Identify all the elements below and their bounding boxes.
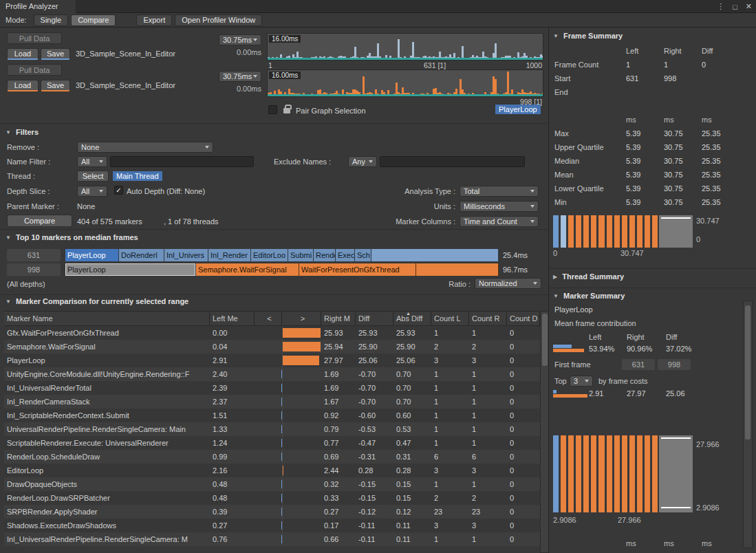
cell: 1 — [469, 381, 507, 395]
pull-data-left-button[interactable]: Pull Data — [7, 32, 62, 44]
graph-peak-label-right: 16.00ms — [269, 72, 301, 79]
thread-select-button[interactable]: Select — [77, 171, 109, 182]
load-left-button[interactable]: Load — [7, 48, 39, 60]
column-header[interactable]: Diff — [356, 312, 393, 325]
ratio-dropdown[interactable]: Normalized — [475, 278, 541, 289]
window-menu-icon[interactable]: ⋮ — [717, 2, 724, 11]
scrollbar-thumb[interactable] — [542, 314, 548, 366]
dropdown-arrow-icon — [99, 160, 103, 163]
top10-segment[interactable]: EditorLoo — [251, 249, 288, 261]
marker-columns-dropdown[interactable]: Time and Count — [460, 216, 539, 227]
frame-index-right[interactable]: 998 — [7, 263, 61, 276]
table-row[interactable]: RenderLoop.ScheduleDraw0.990.69-0.310.31… — [4, 450, 540, 464]
column-header[interactable]: Abs Diff▲ — [393, 312, 431, 325]
cell — [255, 477, 282, 491]
load-right-button[interactable]: Load — [7, 80, 39, 91]
open-profiler-button[interactable]: Open Profiler Window — [175, 14, 262, 26]
name-filter-input[interactable] — [110, 156, 254, 167]
frame-costs-bar-right — [553, 394, 587, 398]
top10-segment[interactable]: Exec — [336, 249, 355, 261]
cell: -0.15 — [356, 491, 393, 505]
top10-segment[interactable] — [371, 249, 499, 261]
column-header[interactable]: Count R — [469, 312, 507, 325]
compare-button[interactable]: Compare — [7, 215, 72, 227]
thread-summary-header[interactable]: ▶ Thread Summary — [553, 272, 624, 281]
frame-graph-left[interactable]: 16.00ms — [267, 33, 543, 61]
column-header[interactable]: < — [255, 312, 282, 325]
top10-segment[interactable]: PlayerLoop — [65, 263, 196, 276]
column-header[interactable]: Count D — [507, 312, 540, 325]
contribution-right-value: 90.96% — [627, 345, 652, 353]
table-row[interactable]: SRPBRender.ApplyShader0.390.27-0.120.122… — [4, 505, 540, 519]
column-header[interactable]: Right M — [321, 312, 356, 325]
column-header[interactable]: Marker Name — [4, 312, 210, 325]
top10-segment[interactable]: PlayerLoop — [65, 249, 119, 261]
table-row[interactable]: RenderLoop.DrawSRPBatcher0.480.33-0.150.… — [4, 491, 540, 505]
table-row[interactable]: Inl_UniversalRenderTotal2.391.69-0.700.7… — [4, 381, 540, 395]
table-row[interactable]: ScriptableRenderer.Execute: UniversalRen… — [4, 436, 540, 450]
frame-graph-right[interactable]: 16.00ms — [267, 69, 543, 97]
ratio-value: Normalized — [479, 279, 517, 288]
save-right-button[interactable]: Save — [41, 80, 70, 91]
pair-graph-selection-checkbox[interactable] — [268, 105, 277, 114]
auto-depth-checkbox[interactable]: ✓ — [114, 186, 123, 195]
export-button[interactable]: Export — [136, 14, 172, 26]
scrollbar-thumb[interactable] — [745, 305, 750, 440]
top10-segment[interactable]: Semaphore.WaitForSignal — [196, 263, 299, 276]
cell: 0.76 — [210, 532, 255, 546]
table-row[interactable]: Inl_ScriptableRenderContext.Submit1.510.… — [4, 409, 540, 422]
mode-compare-button[interactable]: Compare — [71, 14, 116, 26]
exclude-names-input[interactable] — [380, 156, 525, 167]
top10-segment[interactable]: Sch — [355, 249, 371, 261]
graph-scale-dropdown-right[interactable]: 30.75ms — [219, 71, 261, 82]
frame-index-left[interactable]: 631 — [7, 249, 61, 261]
window-tab[interactable]: Profile Analyzer — [0, 0, 76, 13]
comparison-header[interactable]: ▼ Marker Comparison for currently select… — [6, 297, 188, 305]
exclude-names-dropdown[interactable]: Any — [348, 156, 377, 167]
top10-segment[interactable]: Rende — [314, 249, 336, 261]
table-row[interactable]: Inl_RenderCameraStack2.371.67-0.700.7011… — [4, 395, 540, 409]
window-close-icon[interactable]: ✕ — [746, 2, 752, 11]
cell: 25.93 — [356, 326, 393, 340]
remove-dropdown[interactable]: None — [77, 142, 213, 153]
save-left-button[interactable]: Save — [41, 48, 70, 60]
depth-slice-dropdown[interactable]: All — [77, 186, 107, 197]
table-row[interactable]: Inl_UniversalRenderPipeline.RenderSingle… — [4, 532, 540, 546]
top10-segment[interactable]: Inl_Univers — [164, 249, 208, 261]
filters-header[interactable]: ▼ Filters — [6, 128, 39, 136]
axis-end-label: 1000 — [526, 61, 542, 69]
pull-data-right-button[interactable]: Pull Data — [7, 64, 62, 76]
graph-scale-dropdown-left[interactable]: 30.75ms — [219, 34, 261, 45]
cell: 25.90 — [356, 340, 393, 354]
mode-single-button[interactable]: Single — [34, 14, 69, 26]
panel-scrollbar[interactable] — [743, 301, 753, 548]
column-header[interactable]: Count L — [431, 312, 469, 325]
top-n-dropdown[interactable]: 3 — [570, 376, 593, 387]
top10-header[interactable]: ▼ Top 10 markers on median frames — [6, 233, 138, 241]
top10-segment[interactable] — [416, 263, 499, 276]
table-row[interactable]: UniversalRenderPipeline.RenderSingleCame… — [4, 422, 540, 436]
top10-segment[interactable]: Inl_Render — [208, 249, 251, 261]
top10-segment[interactable]: WaitForPresentOnGfxThread — [299, 263, 416, 276]
units-dropdown[interactable]: Milliseconds — [460, 201, 539, 212]
table-row[interactable]: EditorLoop2.162.440.280.28330 — [4, 464, 540, 477]
table-row[interactable]: DrawOpaqueObjects0.480.32-0.150.15110 — [4, 477, 540, 491]
top10-segment[interactable]: Submi — [288, 249, 314, 261]
column-header[interactable]: Left Me — [210, 312, 255, 325]
cell: 0 — [507, 532, 540, 546]
table-row[interactable]: PlayerLoop2.9127.9725.0625.06330 — [4, 354, 540, 367]
name-filter-dropdown[interactable]: All — [77, 156, 107, 167]
marker-summary-header[interactable]: ▼ Marker Summary — [553, 292, 625, 300]
window-maximize-icon[interactable]: □ — [733, 3, 737, 11]
table-row[interactable]: UnityEngine.CoreModule.dll!UnityEngine.R… — [4, 367, 540, 381]
column-header[interactable]: > — [282, 312, 321, 325]
table-row[interactable]: Semaphore.WaitForSignal0.0425.9425.9025.… — [4, 340, 540, 354]
first-frame-right-button[interactable]: 998 — [658, 359, 691, 370]
pair-graph-selection-label: Pair Graph Selection — [296, 107, 366, 115]
analysis-type-dropdown[interactable]: Total — [460, 186, 539, 197]
table-row[interactable]: Shadows.ExecuteDrawShadows0.270.17-0.110… — [4, 519, 540, 532]
top10-segment[interactable]: DoRenderl — [119, 249, 164, 261]
table-row[interactable]: Gfx.WaitForPresentOnGfxThread0.0025.9325… — [4, 326, 540, 340]
cell: ScriptableRenderer.Execute: UniversalRen… — [4, 436, 210, 450]
first-frame-left-button[interactable]: 631 — [622, 359, 655, 370]
